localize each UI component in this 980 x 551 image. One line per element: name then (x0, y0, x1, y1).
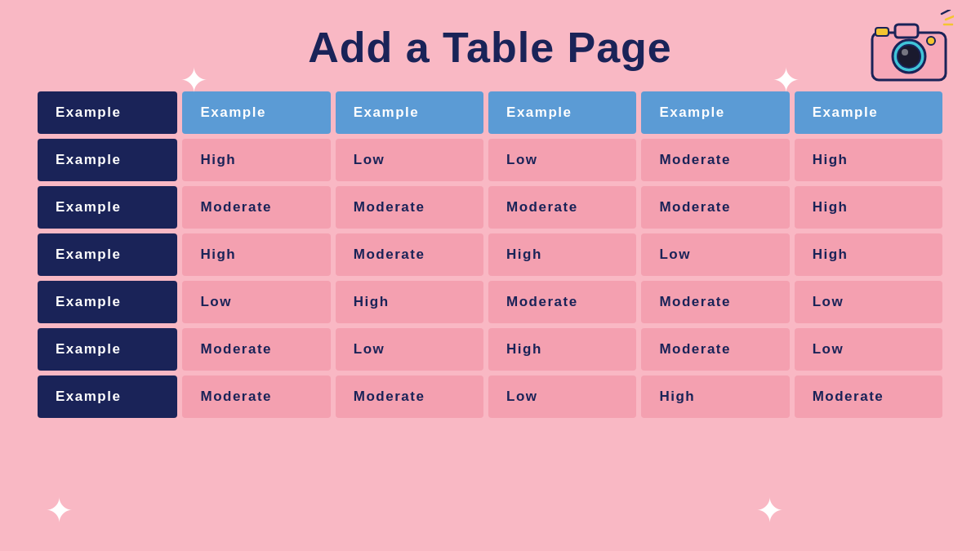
header-col-2: Example (336, 91, 483, 134)
cell-r4-c5: Low (795, 328, 942, 371)
cell-r4-c0: Example (38, 328, 177, 371)
cell-r0-c3: Low (488, 139, 636, 181)
sparkle-top-right: ✦ (772, 64, 800, 98)
cell-r3-c0: Example (38, 281, 177, 323)
cell-r0-c2: Low (336, 139, 483, 181)
cell-r2-c1: High (182, 233, 330, 276)
cell-r0-c5: High (795, 139, 942, 181)
cell-r2-c2: Moderate (336, 233, 483, 276)
cell-r4-c1: Moderate (182, 328, 330, 371)
svg-point-9 (927, 37, 935, 45)
table-row: ExampleHighModerateHighLowHigh (38, 233, 942, 276)
cell-r1-c1: Moderate (182, 186, 330, 229)
header-col-4: Example (641, 91, 789, 134)
cell-r1-c2: Moderate (336, 186, 483, 229)
cell-r1-c3: Moderate (488, 186, 636, 229)
sparkle-bottom-right: ✦ (755, 494, 784, 528)
table-row: ExampleModerateModerateModerateModerateH… (38, 186, 942, 229)
svg-line-0 (942, 10, 950, 14)
page-title: Add a Table Page (0, 0, 980, 87)
cell-r4-c3: High (488, 328, 636, 371)
cell-r2-c5: High (795, 233, 942, 276)
cell-r2-c3: High (488, 233, 636, 276)
cell-r3-c1: Low (182, 281, 330, 323)
cell-r5-c5: Moderate (795, 375, 942, 418)
table-container: Example Example Example Example Example … (33, 87, 947, 423)
table-row: ExampleModerateLowHighModerateLow (38, 328, 942, 371)
cell-r4-c2: Low (336, 328, 483, 371)
cell-r1-c0: Example (38, 186, 177, 229)
cell-r0-c0: Example (38, 139, 177, 181)
sparkle-bottom-left: ✦ (45, 494, 74, 528)
cell-r3-c4: Moderate (641, 281, 789, 323)
svg-point-8 (902, 49, 908, 56)
cell-r1-c4: Moderate (641, 186, 789, 229)
data-table: Example Example Example Example Example … (33, 87, 947, 423)
table-header-row: Example Example Example Example Example … (38, 91, 942, 134)
header-col-0: Example (38, 91, 177, 134)
table-row: ExampleHighLowLowModerateHigh (38, 139, 942, 181)
cell-r0-c1: High (182, 139, 330, 181)
svg-line-1 (946, 16, 954, 20)
table-body: ExampleHighLowLowModerateHighExampleMode… (38, 139, 942, 418)
cell-r1-c5: High (795, 186, 942, 229)
cell-r4-c4: Moderate (641, 328, 789, 371)
table-row: ExampleModerateModerateLowHighModerate (38, 375, 942, 418)
svg-rect-4 (895, 24, 918, 38)
cell-r2-c0: Example (38, 233, 177, 276)
cell-r5-c2: Moderate (336, 375, 483, 418)
cell-r5-c1: Moderate (182, 375, 330, 418)
cell-r5-c3: Low (488, 375, 636, 418)
cell-r5-c4: High (641, 375, 789, 418)
header-col-5: Example (795, 91, 942, 134)
cell-r3-c5: Low (795, 281, 942, 323)
cell-r2-c4: Low (641, 233, 789, 276)
table-row: ExampleLowHighModerateModerateLow (38, 281, 942, 323)
header-col-3: Example (488, 91, 636, 134)
cell-r3-c3: Moderate (488, 281, 636, 323)
sparkle-top-left: ✦ (180, 64, 208, 98)
svg-rect-5 (875, 28, 889, 36)
cell-r0-c4: Moderate (641, 139, 789, 181)
svg-point-7 (898, 45, 920, 68)
camera-icon (864, 10, 954, 83)
cell-r5-c0: Example (38, 375, 177, 418)
cell-r3-c2: High (336, 281, 483, 323)
